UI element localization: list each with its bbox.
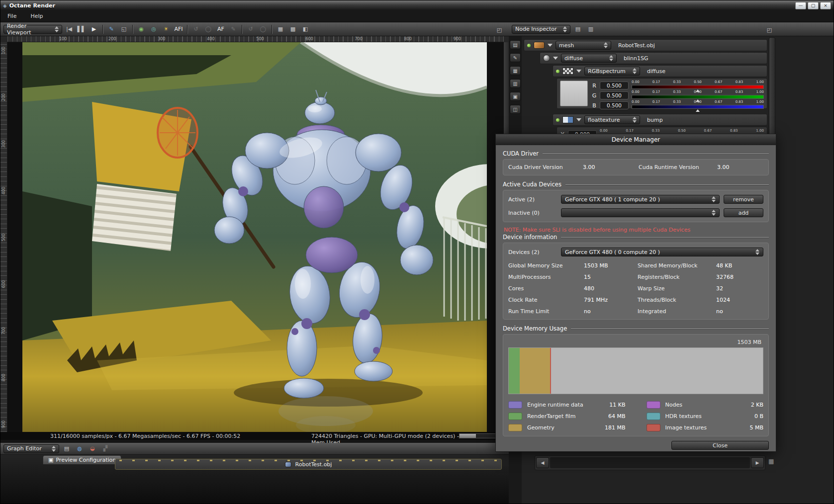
sun-environment-icon[interactable]: ☀ — [161, 24, 172, 35]
legend-row: RenderTarget film 64 MB — [508, 413, 626, 420]
material-node-name: blinn1SG — [624, 55, 649, 62]
copy-node-icon[interactable]: ▤ — [572, 24, 583, 35]
texture-slot-icon[interactable]: ▦ — [510, 66, 521, 75]
mesh-node-row[interactable]: mesh RobotTest.obj — [524, 39, 767, 51]
import-node-icon[interactable]: ◍ — [74, 443, 85, 454]
inspector-panel-selector[interactable]: Node Inspector — [512, 25, 570, 34]
checker-background-icon[interactable]: ▩ — [287, 24, 298, 35]
render-canvas[interactable] — [7, 42, 504, 432]
checker-slot-icon[interactable]: ◫ — [510, 105, 521, 114]
dialog-title-bar[interactable]: Device Manager — [496, 134, 776, 145]
title-bar[interactable]: ◈ Octane Render — ▢ × — [0, 0, 834, 10]
minimize-button[interactable]: — — [795, 2, 806, 9]
red-slider[interactable]: 0.000.170.330.500.670.831.00 — [632, 81, 764, 90]
expand-arrow-icon[interactable] — [548, 44, 553, 47]
scroll-right-icon[interactable]: ▶ — [751, 457, 764, 468]
blue-slider[interactable]: 0.000.170.330.500.670.831.00 — [632, 100, 764, 110]
stat-label: Cores — [508, 285, 584, 292]
close-dialog-button[interactable]: Close — [671, 441, 769, 450]
ruler-number: 800 — [1, 374, 6, 381]
paint-brush-icon[interactable]: ✎ — [228, 24, 239, 35]
slider-tick-labels: 0.000.170.330.500.670.831.00 — [600, 129, 764, 133]
region-render-icon[interactable]: ◱ — [118, 24, 129, 35]
active-device-dropdown[interactable]: GeForce GTX 480 ( 1 compute 20 ) — [561, 195, 720, 204]
material-type-dropdown[interactable]: diffuse — [561, 54, 617, 63]
dither-toggle-icon[interactable]: ▦ — [275, 24, 286, 35]
edit-node-icon[interactable]: ✎ — [510, 53, 521, 62]
maximize-button[interactable]: ▢ — [808, 2, 819, 9]
inspector-fullscreen-icon[interactable]: ◰ — [764, 24, 775, 35]
spectrum-node-row[interactable]: RGBspectrum diffuse — [553, 65, 767, 77]
material-node-row[interactable]: diffuse blinn1SG — [540, 52, 767, 64]
tick-label: 0.67 — [715, 90, 723, 94]
float-type-dropdown[interactable]: floattexture — [584, 115, 640, 124]
spectrum-type-dropdown[interactable]: RGBspectrum — [584, 67, 640, 76]
legend-row: Nodes 2 KB — [647, 401, 764, 409]
remove-device-button[interactable]: remove — [724, 195, 763, 204]
expand-arrow-icon[interactable] — [576, 70, 581, 73]
tick-label: 1.00 — [756, 129, 764, 133]
green-slider[interactable]: 0.000.170.330.500.670.831.00 — [632, 90, 764, 100]
ruler-number: 800 — [404, 36, 412, 42]
new-graph-icon[interactable]: ▤ — [61, 443, 72, 454]
viewport-fullscreen-icon[interactable]: ◰ — [494, 24, 505, 35]
memory-segment — [550, 348, 551, 394]
combo-spinner-icon — [51, 26, 59, 32]
reset-camera-icon[interactable]: ◯ — [258, 24, 269, 35]
autofocus-pick-icon[interactable]: AFI — [173, 24, 184, 35]
pause-render-icon[interactable]: ▌▌ — [76, 24, 87, 35]
autofocus-icon[interactable]: AF — [215, 24, 226, 35]
scroll-left-icon[interactable]: ◀ — [536, 457, 549, 468]
combo-spinner-icon — [629, 68, 637, 74]
material-library-icon[interactable]: ◒ — [87, 443, 98, 454]
resize-grid-icon[interactable]: ▦ — [768, 458, 774, 465]
blue-value-field[interactable]: 0.500 — [600, 101, 629, 109]
stat-value: 480 — [584, 285, 638, 292]
legend-label: Nodes — [665, 402, 733, 408]
stat-value: 32 — [716, 285, 763, 292]
material-picker-icon[interactable]: ✎ — [106, 24, 117, 35]
duplicate-node-icon[interactable]: ▥ — [585, 24, 596, 35]
tab-preview-configuration[interactable]: ▣ Preview Configuration — [43, 455, 121, 464]
ruler-number: 700 — [355, 36, 362, 42]
expand-arrow-icon[interactable] — [576, 118, 581, 121]
inactive-device-dropdown[interactable] — [561, 208, 720, 217]
reset-icon[interactable]: ◯ — [203, 24, 214, 35]
red-value-field[interactable]: 0.500 — [600, 82, 629, 89]
green-value-field[interactable]: 0.500 — [600, 91, 629, 99]
legend-label: Engine runtime data — [527, 402, 595, 408]
menu-file[interactable]: File — [0, 13, 23, 19]
inspector-horizontal-scrollbar[interactable]: ◀ ▶ — [535, 455, 765, 470]
color-preview-swatch[interactable] — [560, 81, 588, 106]
undo-icon[interactable]: ↺ — [190, 24, 201, 35]
close-button[interactable]: × — [820, 2, 831, 9]
channel-row-blue: B 0.500 0.000.170.330.500.670.831.00 — [592, 100, 764, 110]
camera-orbit-icon[interactable]: ◎ — [148, 24, 159, 35]
layout-nodes-icon[interactable]: ▞ — [100, 443, 111, 454]
undo-camera-icon[interactable]: ↺ — [245, 24, 256, 35]
graph-panel-selector[interactable]: Graph Editor — [3, 444, 59, 453]
graph-editor-canvas[interactable]: ▣ Preview Configuration RobotTest.obj — [0, 455, 509, 504]
slider-marker-icon[interactable] — [696, 109, 700, 112]
split-view-icon[interactable]: ◧ — [300, 24, 311, 35]
node-graph-strip[interactable]: RobotTest.obj — [115, 459, 502, 470]
add-device-button[interactable]: add — [724, 208, 763, 217]
menu-help[interactable]: Help — [23, 13, 50, 19]
library-icon[interactable]: ▥ — [510, 79, 521, 88]
group-label-text: Device information — [503, 234, 557, 241]
start-render-icon[interactable]: ▶ — [89, 24, 99, 35]
floattexture-node-row[interactable]: floattexture bump — [553, 114, 767, 126]
image-slot-icon[interactable]: ▣ — [510, 92, 521, 101]
expand-arrow-icon[interactable] — [553, 57, 558, 60]
group-label-text: Active Cuda Devices — [503, 181, 561, 188]
render-mode-icon[interactable]: ◉ — [136, 24, 147, 35]
viewport-panel-selector[interactable]: Render Viewport — [3, 25, 62, 34]
combo-spinner-icon — [629, 117, 637, 123]
restart-render-icon[interactable]: |◀ — [64, 24, 75, 35]
ruler-number: 200 — [108, 36, 116, 42]
scrollbar-groove[interactable] — [550, 457, 750, 468]
menu-bar: File Help — [0, 10, 834, 22]
mesh-type-dropdown[interactable]: mesh — [556, 41, 611, 50]
device-info-dropdown[interactable]: GeForce GTX 480 ( 0 compute 20 ) — [561, 248, 763, 256]
node-list-icon[interactable]: ▤ — [510, 40, 521, 49]
